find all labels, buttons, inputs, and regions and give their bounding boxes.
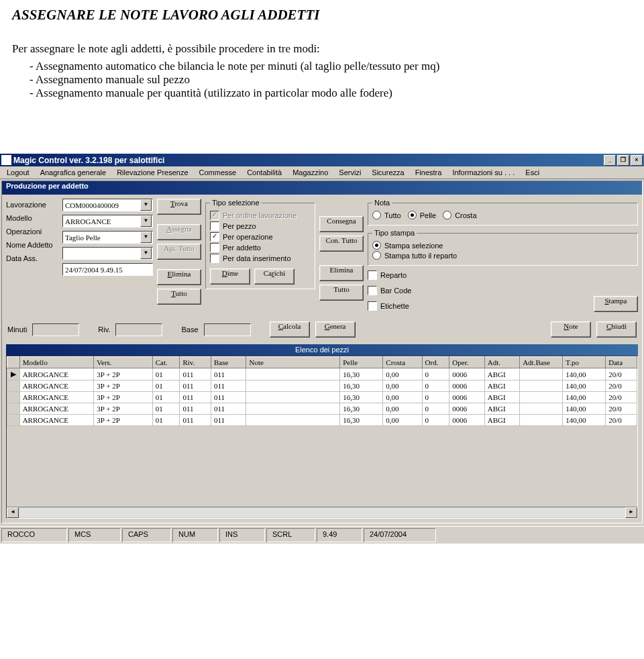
minuti-input[interactable] (32, 323, 79, 336)
stampa-button[interactable]: Stampa (594, 296, 638, 312)
col-header[interactable]: Adt.Base (520, 357, 563, 368)
minimize-button[interactable]: _ (604, 155, 616, 166)
cell (246, 403, 340, 415)
nota-legend: Nota (372, 199, 392, 207)
scroll-left-icon[interactable]: ◄ (7, 507, 19, 518)
table-row[interactable]: ARROGANCE3P + 2P0101101116,300,0000006AB… (7, 392, 637, 403)
titlebar: Magic Control ver. 3.2.198 per salottifi… (0, 154, 644, 166)
col-header[interactable]: T.po (563, 357, 606, 368)
table-row[interactable]: ARROGANCE3P + 2P0101101116,300,0000006AB… (7, 381, 637, 392)
cell: 16,30 (340, 392, 383, 403)
elimina2-button[interactable]: Elimina (319, 265, 364, 281)
doc-item: Assegnamento automatico che bilancia le … (30, 60, 632, 73)
cell: 16,30 (340, 368, 383, 381)
riv-input[interactable] (115, 323, 162, 336)
label-modello: Modello (6, 212, 60, 222)
table-row[interactable]: ARROGANCE3P + 2P0101101116,300,0000006AB… (7, 415, 637, 426)
carichi-button[interactable]: Carichi (254, 268, 294, 285)
checkbox-per-operazione[interactable]: ✓Per operazione (210, 232, 311, 242)
chevron-down-icon: ▼ (140, 232, 152, 243)
restore-button[interactable]: ❐ (617, 155, 629, 166)
status-cell: 24/07/2004 (364, 528, 436, 542)
lavorazione-combo[interactable]: COM0000400009▼ (62, 199, 153, 211)
menu-item[interactable]: Magazzino (292, 168, 328, 176)
col-header[interactable]: Cat. (152, 357, 180, 368)
cell: 0,00 (383, 403, 422, 415)
dime-button[interactable]: Dime (210, 268, 250, 285)
checkbox-etichette[interactable]: Etichette (368, 301, 411, 311)
col-header[interactable]: Vers. (94, 357, 152, 368)
col-header[interactable]: Adt. (484, 357, 519, 368)
menu-item[interactable]: Esci (525, 168, 539, 176)
status-cell: CAPS (122, 528, 171, 542)
modello-combo[interactable]: ARROGANCE▼ (62, 215, 153, 227)
genera-button[interactable]: Genera (315, 321, 356, 338)
assegna-button[interactable]: Assegna (157, 224, 201, 240)
chiudi-button[interactable]: Chiudi (596, 321, 637, 338)
menu-item[interactable]: Logout (7, 168, 30, 176)
menu-item[interactable]: Rilevazione Presenze (117, 168, 188, 176)
tutto-button[interactable]: Tutto (157, 289, 201, 305)
h-scrollbar[interactable]: ◄ ► (7, 507, 637, 518)
status-cell: INS (219, 528, 265, 542)
operazioni-combo[interactable]: Taglio Pelle▼ (62, 231, 153, 244)
radio-nota-crosta[interactable]: Crosta (443, 211, 476, 219)
tutto2-button[interactable]: Tutto (319, 285, 364, 301)
checkbox-reparto[interactable]: Reparto (368, 270, 411, 280)
radio-icon (372, 211, 381, 219)
radio-stampa-0[interactable]: Stampa selezione (372, 241, 633, 250)
radio-nota-pelle[interactable]: Pelle (408, 211, 436, 219)
checkbox-bar-code[interactable]: Bar Code (368, 286, 411, 295)
menu-item[interactable]: Servizi (339, 168, 361, 176)
cell: 011 (180, 381, 211, 392)
col-header[interactable]: Modello (19, 357, 94, 368)
cell (246, 381, 340, 392)
menu-item[interactable]: Contabilità (247, 168, 282, 176)
chevron-down-icon: ▼ (140, 215, 152, 227)
table-row[interactable]: ▶ARROGANCE3P + 2P0101101116,300,0000006A… (7, 368, 637, 381)
cell: 0006 (449, 392, 484, 403)
menu-item[interactable]: Informazioni su . . . (452, 168, 515, 176)
menu-item[interactable]: Finestra (415, 168, 442, 176)
nome-addetto-combo[interactable]: ▼ (62, 247, 153, 260)
col-header[interactable]: Crosta (383, 357, 422, 368)
cell: 01 (152, 368, 180, 381)
cell: ARROGANCE (19, 403, 94, 415)
cell: 0 (422, 368, 449, 381)
trova-button[interactable]: Trova (157, 199, 201, 215)
menu-item[interactable]: Anagrafica generale (40, 168, 106, 176)
col-header[interactable]: Ord. (422, 357, 449, 368)
cell: 0 (422, 381, 449, 392)
cell: 0 (422, 403, 449, 415)
label-nome-addetto: Nome Addetto (6, 239, 60, 249)
note-button[interactable]: Note (551, 321, 591, 338)
checkbox-per-pezzo[interactable]: Per pezzo (210, 221, 311, 231)
radio-stampa-1[interactable]: Stampa tutto il reparto (372, 251, 633, 260)
elimina-button[interactable]: Elimina (157, 269, 201, 285)
con-tutto-button[interactable]: Con. Tutto (319, 236, 364, 252)
radio-icon (408, 211, 417, 219)
table-row[interactable]: ARROGANCE3P + 2P0101101116,300,0000006AB… (7, 403, 637, 415)
col-header[interactable] (7, 357, 20, 368)
menu-item[interactable]: Commesse (199, 168, 237, 176)
cell: 0,00 (383, 415, 422, 426)
col-header[interactable]: Note (246, 357, 340, 368)
ass-tutto-button[interactable]: Ass. Tutto (157, 244, 201, 260)
col-header[interactable]: Pelle (340, 357, 383, 368)
radio-nota-tutto[interactable]: Tutto (372, 211, 401, 219)
checkbox-per-addetto[interactable]: Per addetto (210, 243, 311, 252)
scroll-right-icon[interactable]: ► (625, 507, 637, 518)
col-header[interactable]: Base (211, 357, 246, 368)
col-header[interactable]: Data (606, 357, 637, 368)
checkbox-per-data-inserimento[interactable]: Per data inserimento (210, 254, 311, 263)
menu-item[interactable]: Sicurezza (372, 168, 404, 176)
base-input[interactable] (204, 323, 251, 336)
calcola-button[interactable]: Calcola (270, 321, 310, 338)
col-header[interactable]: Oper. (449, 357, 484, 368)
status-cell: ROCCO (1, 528, 67, 542)
close-button[interactable]: × (631, 155, 643, 166)
data-ass-input[interactable] (62, 263, 153, 276)
consegna-button[interactable]: Consegna (319, 216, 364, 232)
checkbox-icon (210, 221, 219, 231)
col-header[interactable]: Riv. (180, 357, 211, 368)
